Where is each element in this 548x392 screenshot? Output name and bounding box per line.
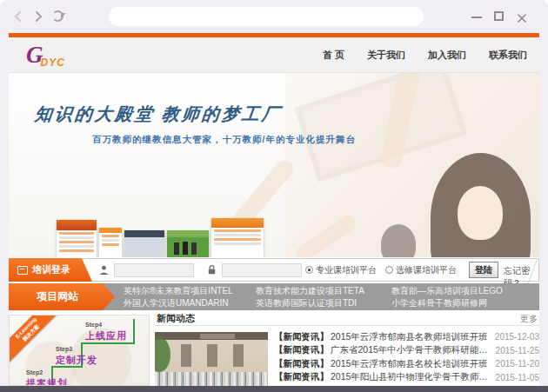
news-item-prefix: 【新闻资讯】	[274, 331, 329, 343]
news-item-title: 2015年云浮市郁南县名教师培训班开班	[331, 331, 490, 343]
building-door-shape	[233, 344, 244, 367]
news-item[interactable]: 【新闻资讯】 2015年云浮市郁南县名教师培训班开班 2015-12-03	[274, 330, 539, 344]
radio-professional-label: 专业课培训平台	[316, 264, 377, 276]
site-header: GDYC 首 页 关于我们 加入我们 联系我们	[9, 37, 539, 73]
nav-item-home[interactable]: 首 页	[323, 49, 344, 62]
crowd-shape	[155, 372, 268, 386]
building-door-shape	[207, 344, 217, 367]
step4-number: Step4	[85, 322, 102, 328]
news-more-link[interactable]: 更多	[520, 313, 538, 325]
browser-chrome	[0, 0, 548, 33]
project-websites-label: 项目网站	[9, 283, 115, 310]
training-login-icon	[17, 266, 28, 275]
username-input[interactable]	[114, 263, 194, 277]
radio-elective-label: 选修课培训平台	[396, 264, 457, 276]
close-icon	[517, 13, 527, 23]
site-thumbnail-5	[211, 218, 264, 257]
hero-subtitle: 百万教师的继教信息大管家，十万教师/年的专业化提升舞台	[92, 134, 356, 146]
browser-window: GDYC 首 页 关于我们 加入我们 联系我们 知识的大殿堂 教师的梦工厂 百万	[0, 0, 548, 392]
building-door-shape	[181, 344, 191, 367]
news-item-date: 2015-11-05	[496, 373, 539, 382]
step2-number: Step2	[26, 369, 43, 375]
web-page: GDYC 首 页 关于我们 加入我们 联系我们 知识的大殿堂 教师的梦工厂 百万	[9, 33, 539, 386]
news-header: 新闻动态 更多	[155, 311, 539, 326]
news-title: 新闻动态	[157, 312, 195, 325]
project-link-umandarin[interactable]: 外国人学汉语UMANDARIN	[124, 297, 252, 309]
nav-item-join[interactable]: 加入我们	[428, 49, 466, 62]
back-button[interactable]	[11, 10, 25, 23]
site-thumbnail-4	[167, 230, 209, 257]
forward-button[interactable]	[31, 10, 45, 23]
step4-label: 上线应用	[85, 329, 127, 342]
project-websites-bar: 项目网站 英特尔®未来教育项目INTEL 外国人学汉语UMANDARIN 教育技…	[9, 283, 539, 310]
elearning-card[interactable]: E-Learning 解决方案 Step4 上线应用 Step3 定制开发 St…	[9, 315, 150, 386]
platform-radio-group: 专业课培训平台 选修课培训平台	[305, 259, 457, 281]
window-bottom-frame	[0, 386, 548, 392]
minimize-icon	[471, 11, 482, 18]
window-pane-shape	[294, 73, 467, 183]
lock-icon	[206, 264, 217, 276]
radio-elective-platform[interactable]: 选修课培训平台	[385, 264, 457, 276]
training-login-text: 培训登录	[32, 263, 70, 276]
step2-label: 提案规划	[26, 377, 68, 386]
news-item[interactable]: 【新闻资讯】 广东省2015年中小学骨干教师科研能力提升专... 2015-11…	[274, 344, 539, 358]
maximize-icon	[494, 11, 504, 21]
news-item-date: 2015-11-25	[496, 346, 539, 355]
project-link-tdi[interactable]: 英语教师国际认证项目TDI	[256, 297, 388, 309]
news-item[interactable]: 【新闻资讯】 2015年云浮市郁南县名校长培训班开班 2015-11-20	[274, 357, 539, 371]
classroom-photo	[285, 73, 539, 257]
site-logo[interactable]: GDYC	[26, 42, 65, 70]
student-shape	[381, 224, 416, 257]
site-thumbnail-2	[99, 228, 122, 257]
site-thumbnail-3	[124, 230, 164, 257]
step3-label: 定制开发	[56, 354, 97, 367]
building-sign-shape	[200, 334, 235, 339]
minimize-button[interactable]	[471, 11, 482, 22]
logo-dyc-text: DYC	[41, 56, 65, 69]
nav-item-contact[interactable]: 联系我们	[489, 49, 527, 62]
close-button[interactable]	[517, 11, 527, 22]
news-photo	[155, 332, 268, 386]
news-item-title: 2015年云浮市郁南县名校长培训班开班	[331, 358, 491, 370]
news-item-prefix: 【新闻资讯】	[274, 344, 329, 356]
raised-arm-shape	[293, 212, 359, 257]
project-link-intel[interactable]: 英特尔®未来教育项目INTEL	[124, 285, 252, 296]
news-item-prefix: 【新闻资讯】	[274, 371, 329, 383]
project-link-lego[interactable]: 教育部—乐高培训项目LEGO	[391, 285, 539, 296]
project-link-yanxiuwang[interactable]: 小学全科骨干教师研修网	[391, 297, 539, 309]
refresh-icon[interactable]	[52, 10, 63, 22]
address-bar[interactable]	[109, 7, 424, 26]
hero-title: 知识的大殿堂 教师的梦工厂	[34, 103, 284, 126]
project-links: 英特尔®未来教育项目INTEL 外国人学汉语UMANDARIN 教育技术能力建设…	[124, 285, 539, 309]
tree-shape	[155, 337, 170, 372]
news-item-title: 广东省2015年中小学骨干教师科研能力提升专...	[331, 344, 491, 356]
news-item-date: 2015-12-03	[495, 332, 539, 342]
maximize-button[interactable]	[494, 11, 505, 22]
news-item-title: 2015年阳山县初中物理化学骨干教师培训班开班	[331, 371, 491, 383]
user-icon	[98, 264, 110, 276]
hero-banner: 知识的大殿堂 教师的梦工厂 百万教师的继教信息大管家，十万教师/年的专业化提升舞…	[9, 73, 539, 257]
step3-number: Step3	[56, 346, 72, 352]
radio-unselected-icon	[385, 266, 393, 274]
training-login-bar: 培训登录 专业课培训平台 选修课培训平台 登陆	[9, 258, 539, 282]
password-input[interactable]	[222, 263, 302, 277]
project-link-teta[interactable]: 教育技术能力建设项目TETA	[256, 285, 388, 296]
news-list: 【新闻资讯】 2015年云浮市郁南县名教师培训班开班 2015-12-03 【新…	[274, 330, 539, 384]
training-login-label: 培训登录	[9, 258, 92, 282]
forward-icon	[31, 10, 45, 23]
step-line	[133, 319, 135, 344]
login-submit-button[interactable]: 登陆	[469, 262, 498, 278]
back-icon	[11, 10, 25, 23]
radio-professional-platform[interactable]: 专业课培训平台	[305, 264, 377, 276]
nav-item-about[interactable]: 关于我们	[367, 49, 405, 62]
step-line	[81, 342, 135, 344]
news-item-date: 2015-11-20	[496, 359, 539, 369]
site-thumbnail-1	[57, 220, 97, 257]
news-item-prefix: 【新闻资讯】	[274, 358, 329, 370]
radio-selected-icon	[305, 266, 313, 274]
student-face-shape	[458, 186, 503, 240]
main-nav: 首 页 关于我们 加入我们 联系我们	[323, 37, 527, 73]
news-item[interactable]: 【新闻资讯】 2015年阳山县初中物理化学骨干教师培训班开班 2015-11-0…	[274, 371, 539, 385]
news-section: 新闻动态 更多 【新闻资讯】 2015年云浮市郁南县名教师培训班开班 2015-…	[155, 311, 539, 386]
